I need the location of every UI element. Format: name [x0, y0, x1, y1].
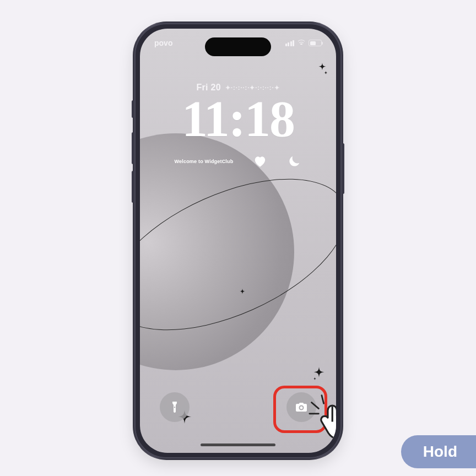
battery-icon: [309, 40, 322, 46]
volume-down-button[interactable]: [132, 171, 134, 203]
lock-time: 11:18: [140, 93, 336, 144]
sparkle-icon: [312, 367, 326, 381]
phone-frame: povo Fri 20 ✦·:·:··:·✦·:·:··:·✦ 11:18 We…: [134, 23, 342, 458]
camera-button[interactable]: [286, 392, 316, 422]
hold-label: Hold: [423, 443, 457, 460]
welcome-widget[interactable]: Welcome to WidgetClub: [175, 159, 234, 164]
hold-instruction-pill: Hold: [401, 435, 476, 468]
svg-line-2: [322, 396, 324, 404]
flashlight-button[interactable]: [160, 392, 190, 422]
status-bar: povo: [140, 39, 336, 47]
lock-widgets: Welcome to WidgetClub: [140, 154, 336, 169]
carrier-label: povo: [154, 39, 172, 47]
sparkle-icon: [316, 63, 328, 75]
cell-signal-icon: [285, 40, 295, 46]
heart-icon[interactable]: [253, 154, 267, 169]
mute-switch[interactable]: [132, 100, 134, 118]
volume-up-button[interactable]: [132, 132, 134, 164]
moon-icon[interactable]: [287, 154, 301, 169]
power-button[interactable]: [342, 143, 344, 194]
home-indicator[interactable]: [201, 443, 275, 446]
wifi-icon: [297, 40, 306, 46]
lock-screen[interactable]: povo Fri 20 ✦·:·:··:·✦·:·:··:·✦ 11:18 We…: [140, 29, 336, 453]
